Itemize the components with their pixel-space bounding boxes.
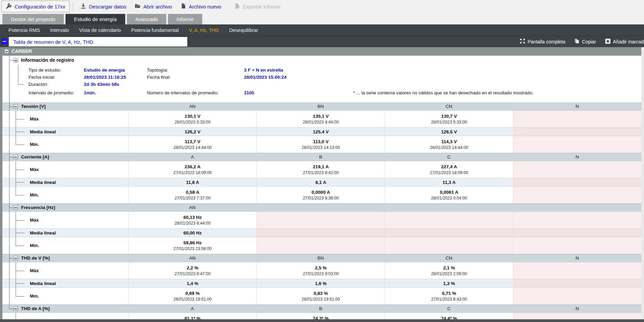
cell-value: 0,58 A bbox=[186, 189, 199, 195]
cell-value: 2,1 % bbox=[443, 265, 455, 271]
cell-time: 28/01/2023 0:04:00 bbox=[431, 196, 467, 201]
tab-estudio-de-energia[interactable]: Estudio de energía bbox=[65, 14, 125, 24]
subtab-desequilibrar[interactable]: Desequilibrar bbox=[224, 27, 263, 33]
cell-time: 28/01/2023 5:33:00 bbox=[431, 120, 467, 125]
section-collapse-icon[interactable] bbox=[14, 104, 18, 109]
row-label: Media lineal bbox=[30, 128, 56, 136]
cell-time: 27/01/2023 8:36:00 bbox=[303, 196, 339, 201]
row-label: Mín. bbox=[30, 187, 39, 203]
configure-17xx-button[interactable]: Configuración de 17xx bbox=[1, 1, 70, 12]
tree-line bbox=[9, 208, 14, 208]
cell-value: 1,6 % bbox=[315, 281, 327, 286]
cell-value: 0,0061 A bbox=[440, 189, 458, 195]
add-bookmark-label: Añadir marcador bbox=[613, 39, 644, 44]
section-header-row[interactable]: THD de A [%]ABCN bbox=[2, 305, 641, 313]
cell-time: 26/01/2023 19:51:00 bbox=[302, 297, 340, 302]
table-section: Corriente [A]ABCNMáx236,2 A27/01/2023 18… bbox=[2, 153, 641, 204]
tree-line bbox=[16, 111, 16, 145]
tree-line bbox=[16, 195, 24, 195]
cell-time: 27/01/2023 18:09:00 bbox=[173, 170, 212, 175]
tree-line bbox=[16, 283, 24, 284]
empty-cell bbox=[513, 111, 641, 127]
section-header-row[interactable]: Corriente [A]ABCN bbox=[2, 153, 641, 161]
section-collapse-icon[interactable] bbox=[14, 155, 18, 159]
row-label: Mín. bbox=[30, 288, 39, 304]
main-tabs: Gestor del proyecto Estudio de energía A… bbox=[0, 13, 644, 24]
cell-value: 130,7 V bbox=[441, 113, 457, 119]
summary-table: CARBER Información de registro Tipo de e… bbox=[2, 47, 641, 322]
empty-cell bbox=[257, 212, 385, 228]
section-title: Tensión [V] bbox=[21, 103, 46, 110]
info-row: Fecha inicial: 26/01/2023 11:16:25 Fecha… bbox=[2, 74, 641, 81]
section-header-row[interactable]: Tensión [V]ANBNCNN bbox=[2, 102, 641, 111]
new-file-button[interactable]: Archivo nuevo bbox=[176, 1, 225, 12]
empty-cell bbox=[513, 187, 641, 203]
data-cell: 126,5 V bbox=[385, 128, 513, 136]
subtab-potencia-fundamental[interactable]: Potencia fundamental bbox=[126, 27, 184, 33]
record-info-header[interactable]: Información de registro bbox=[2, 56, 641, 65]
view-title-input[interactable] bbox=[9, 37, 187, 46]
cell-time: 27/01/2023 8:42:00 bbox=[303, 170, 339, 175]
section-collapse-icon[interactable] bbox=[14, 306, 18, 311]
bottom-scrollbar[interactable] bbox=[0, 319, 644, 322]
cell-value: 130,1 V bbox=[185, 113, 201, 119]
cell-time: 27/01/2023 7:37:00 bbox=[175, 196, 211, 201]
cell-value: 130,1 V bbox=[313, 113, 329, 119]
cell-value: 2,2 % bbox=[187, 265, 198, 271]
table-row: Mín.0,58 A27/01/2023 7:37:000,0000 A27/0… bbox=[2, 187, 641, 204]
cell-value: 59,86 Hz bbox=[183, 240, 202, 246]
subtab-v-a-hz-thd[interactable]: V, A, Hz, THD bbox=[184, 27, 224, 33]
tab-avanzado[interactable]: Avanzado bbox=[127, 14, 166, 24]
collapse-view-icon[interactable] bbox=[1, 38, 7, 44]
table-row: Mín.0,69 %26/01/2023 19:51:000,83 %26/01… bbox=[2, 288, 641, 305]
subtab-potencia-rms[interactable]: Potencia RMS bbox=[3, 27, 45, 33]
section-header-row[interactable]: THD de V [%]ANBNCNN bbox=[2, 254, 641, 262]
cell-value: 60,13 Hz bbox=[183, 214, 202, 220]
group-header-row[interactable]: CARBER bbox=[2, 47, 641, 56]
interval-count-value: 3105 bbox=[244, 90, 254, 96]
column-header: N bbox=[564, 305, 591, 312]
tree-line bbox=[9, 157, 14, 157]
tree-line bbox=[16, 119, 24, 119]
study-type-label: Tipo de estudio: bbox=[29, 67, 61, 74]
cell-value: 236,2 A bbox=[185, 164, 201, 170]
cell-value: 227,4 A bbox=[441, 164, 457, 170]
row-label: Media lineal bbox=[30, 178, 56, 186]
data-cell: 11,8 A bbox=[128, 178, 257, 186]
tree-line bbox=[16, 161, 16, 195]
record-info-collapse-icon[interactable] bbox=[14, 58, 18, 62]
column-header: BN bbox=[307, 103, 334, 110]
section-collapse-icon[interactable] bbox=[14, 256, 18, 260]
export-report-button[interactable]: Exportar informe bbox=[230, 1, 285, 12]
section-title: THD de A [%] bbox=[21, 305, 50, 312]
cell-value: 126,2 V bbox=[185, 129, 201, 135]
table-row: Máx236,2 A27/01/2023 18:09:00219,1 A27/0… bbox=[2, 161, 641, 178]
table-section: Tensión [V]ANBNCNNMáx130,1 V28/01/2023 5… bbox=[2, 102, 641, 153]
copy-button[interactable]: Copiar bbox=[574, 38, 596, 45]
right-gutter bbox=[641, 47, 644, 322]
download-data-button[interactable]: Descargar datos bbox=[76, 1, 130, 12]
cell-value: 125,4 V bbox=[313, 129, 329, 135]
add-bookmark-button[interactable]: Añadir marcador bbox=[605, 38, 644, 45]
data-cell: 60,13 Hz28/01/2023 6:44:00 bbox=[128, 212, 257, 228]
tree-line bbox=[9, 60, 14, 60]
energy-study-subtabs: Potencia RMS Intervalo Vista de calendar… bbox=[0, 24, 644, 36]
cell-time: 28/01/2023 2:09:00 bbox=[431, 271, 467, 277]
tab-informe[interactable]: Informe bbox=[168, 14, 202, 24]
tab-gestor-del-proyecto[interactable]: Gestor del proyecto bbox=[2, 14, 64, 24]
toolbar-separator bbox=[73, 2, 73, 11]
section-collapse-icon[interactable] bbox=[14, 205, 18, 210]
section-header-row[interactable]: Frecuencia [Hz]AN bbox=[2, 204, 641, 212]
open-file-button[interactable]: Abrir archivo bbox=[130, 1, 176, 12]
subtab-vista-de-calendario[interactable]: Vista de calendario bbox=[74, 27, 126, 33]
column-header: N bbox=[564, 254, 591, 262]
empty-cell bbox=[513, 161, 641, 178]
table-row: Mín.59,86 Hz27/01/2023 23:58:00 bbox=[2, 237, 641, 254]
topology-label: Topología: bbox=[147, 67, 168, 74]
group-collapse-icon[interactable] bbox=[4, 49, 9, 54]
cell-time: 26/01/2023 19:51:00 bbox=[173, 297, 212, 302]
cell-time: 27/01/2023 8:47:00 bbox=[175, 271, 211, 277]
subtab-intervalo[interactable]: Intervalo bbox=[45, 27, 74, 33]
empty-cell bbox=[513, 279, 641, 287]
fullscreen-button[interactable]: Pantalla completa bbox=[520, 38, 565, 45]
